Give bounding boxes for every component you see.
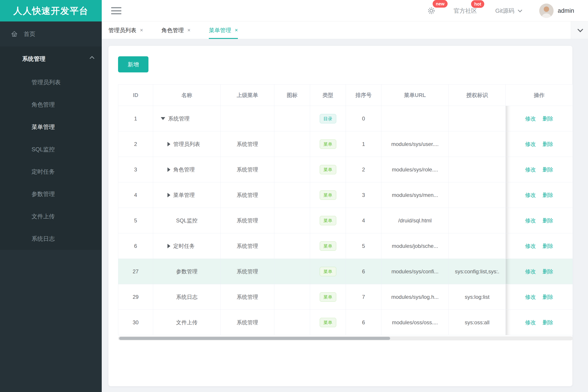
sidebar-item-label: 定时任务 <box>32 168 55 176</box>
expand-arrow-icon[interactable] <box>168 168 170 172</box>
cell-perms <box>449 233 506 259</box>
community-menu-item[interactable]: 官方社区 hot <box>454 7 477 15</box>
collapse-arrow-icon[interactable] <box>161 117 165 120</box>
delete-link[interactable]: 删除 <box>543 192 553 199</box>
table-row[interactable]: 6定时任务系统管理菜单5modules/job/sche...修改删除 <box>118 233 572 259</box>
column-header-7: 授权标识 <box>449 84 506 106</box>
delete-link[interactable]: 删除 <box>543 319 553 326</box>
cell-actions: 修改删除 <box>506 310 572 335</box>
tab-label: 菜单管理 <box>209 26 231 34</box>
sidebar-item-4[interactable]: 定时任务 <box>0 160 102 183</box>
sidebar-group-header[interactable]: 系统管理 <box>0 46 102 71</box>
sidebar-item-label: 文件上传 <box>32 212 55 220</box>
edit-link[interactable]: 修改 <box>525 319 536 326</box>
cell-type: 菜单 <box>310 259 346 284</box>
table-row[interactable]: 30文件上传系统管理菜单6modules/oss/oss....sys:oss:… <box>118 310 572 335</box>
menu-name: SQL监控 <box>176 217 197 224</box>
cell-url: /druid/sql.html <box>381 208 449 233</box>
edit-link[interactable]: 修改 <box>525 115 536 122</box>
menu-type-badge: 菜单 <box>320 267 336 276</box>
cell-id: 29 <box>118 284 153 310</box>
cell-perms: sys:oss:all <box>449 310 506 335</box>
row-id: 3 <box>134 166 137 173</box>
table-row[interactable]: 1系统管理目录0修改删除 <box>118 106 572 132</box>
horizontal-scrollbar[interactable] <box>118 336 573 340</box>
sidebar-item-home[interactable]: 首页 <box>0 22 102 46</box>
tab-close-icon[interactable]: × <box>140 27 143 33</box>
cell-icon <box>274 157 310 182</box>
delete-link[interactable]: 删除 <box>543 242 553 250</box>
tab-overflow-button[interactable] <box>571 22 588 39</box>
order-number: 5 <box>362 243 365 249</box>
table-row[interactable]: 4菜单管理系统管理菜单3modules/sys/men...修改删除 <box>118 182 572 208</box>
cell-url: modules/sys/confi... <box>381 259 449 284</box>
cell-order: 5 <box>346 233 381 259</box>
cell-name: 系统日志 <box>153 284 221 310</box>
column-header-3: 图标 <box>274 84 310 106</box>
expand-arrow-icon[interactable] <box>168 244 170 248</box>
parent-menu: 系统管理 <box>237 140 258 148</box>
sidebar-item-2[interactable]: 菜单管理 <box>0 116 102 138</box>
cell-parent: 系统管理 <box>221 310 274 335</box>
expand-arrow-icon[interactable] <box>168 142 170 146</box>
cell-icon <box>274 310 310 335</box>
cell-perms <box>449 106 506 132</box>
menu-type-badge: 菜单 <box>320 241 336 251</box>
user-menu[interactable]: admin <box>539 4 574 18</box>
delete-link[interactable]: 删除 <box>543 140 553 148</box>
tab-1[interactable]: 角色管理× <box>161 22 191 39</box>
settings-menu-item[interactable]: new <box>427 7 435 15</box>
delete-link[interactable]: 删除 <box>543 217 553 224</box>
delete-link[interactable]: 删除 <box>543 268 553 275</box>
tab-close-icon[interactable]: × <box>235 27 238 33</box>
sidebar-item-7[interactable]: 系统日志 <box>0 228 102 250</box>
parent-menu: 系统管理 <box>237 217 258 224</box>
cell-url: modules/job/sche... <box>381 233 449 259</box>
edit-link[interactable]: 修改 <box>525 192 536 199</box>
table-row[interactable]: 29系统日志系统管理菜单7modules/sys/log.h...sys:log… <box>118 284 572 310</box>
tab-2[interactable]: 菜单管理× <box>209 22 238 39</box>
delete-link[interactable]: 删除 <box>543 115 553 122</box>
edit-link[interactable]: 修改 <box>525 217 536 224</box>
sidebar-item-1[interactable]: 角色管理 <box>0 94 102 116</box>
row-id: 6 <box>134 243 137 249</box>
cell-parent: 系统管理 <box>221 259 274 284</box>
cell-order: 4 <box>346 208 381 233</box>
git-source-menu-item[interactable]: Git源码 <box>495 7 521 15</box>
sidebar: 首页 系统管理 管理员列表角色管理菜单管理SQL监控定时任务参数管理文件上传系统… <box>0 22 102 392</box>
sidebar-item-6[interactable]: 文件上传 <box>0 205 102 228</box>
cell-actions: 修改删除 <box>506 208 572 233</box>
table-row[interactable]: 2管理员列表系统管理菜单1modules/sys/user....修改删除 <box>118 132 572 157</box>
edit-link[interactable]: 修改 <box>525 294 536 300</box>
table-header-row: ID名称上级菜单图标类型排序号菜单URL授权标识操作 <box>118 84 572 106</box>
delete-link[interactable]: 删除 <box>543 294 553 300</box>
delete-link[interactable]: 删除 <box>543 166 553 173</box>
scrollbar-thumb[interactable] <box>119 337 390 340</box>
sidebar-toggle-button[interactable] <box>111 6 121 15</box>
edit-link[interactable]: 修改 <box>525 242 536 250</box>
brand-logo: 人人快速开发平台 <box>0 0 102 22</box>
menu-url: modules/sys/men... <box>392 192 438 198</box>
sidebar-item-5[interactable]: 参数管理 <box>0 183 102 205</box>
sidebar-item-3[interactable]: SQL监控 <box>0 138 102 160</box>
cell-parent: 系统管理 <box>221 132 274 157</box>
tab-close-icon[interactable]: × <box>187 27 191 33</box>
table-row[interactable]: 5SQL监控系统管理菜单4/druid/sql.html修改删除 <box>118 208 572 233</box>
username-label: admin <box>557 8 574 14</box>
row-id: 1 <box>134 116 137 122</box>
edit-link[interactable]: 修改 <box>525 140 536 148</box>
add-button[interactable]: 新增 <box>118 56 149 72</box>
expand-arrow-icon[interactable] <box>168 193 170 197</box>
cell-perms <box>449 132 506 157</box>
edit-link[interactable]: 修改 <box>525 268 536 275</box>
cell-icon <box>274 233 310 259</box>
sidebar-item-0[interactable]: 管理员列表 <box>0 71 102 94</box>
cell-type: 菜单 <box>310 310 346 335</box>
cell-id: 5 <box>118 208 153 233</box>
tab-0[interactable]: 管理员列表× <box>109 22 143 39</box>
edit-link[interactable]: 修改 <box>525 166 536 173</box>
sidebar-group-system: 系统管理 管理员列表角色管理菜单管理SQL监控定时任务参数管理文件上传系统日志 <box>0 46 102 250</box>
perms-text: sys:oss:all <box>465 319 490 326</box>
table-row[interactable]: 27参数管理系统管理菜单6modules/sys/confi...sys:con… <box>118 259 572 284</box>
table-row[interactable]: 3角色管理系统管理菜单2modules/sys/role....修改删除 <box>118 157 572 182</box>
